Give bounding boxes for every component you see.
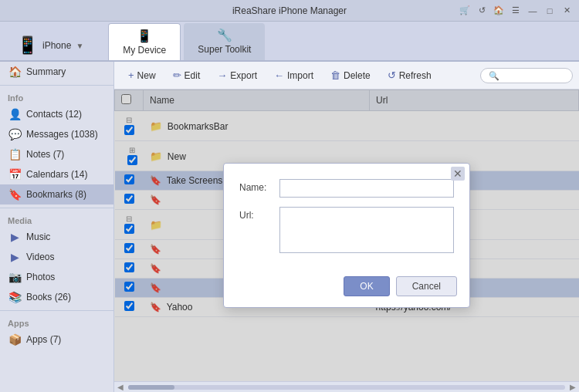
calendars-icon: 📅 <box>8 168 22 181</box>
content-area: + New ✏ Edit → Export ← Import 🗑 Delete … <box>114 62 579 392</box>
apps-icon: 📦 <box>8 333 22 346</box>
search-input[interactable] <box>480 68 573 83</box>
name-field: Name: <box>239 179 454 198</box>
app-title: iReaShare iPhone Manager <box>232 5 347 16</box>
url-input[interactable] <box>279 207 454 253</box>
refresh-label: Refresh <box>399 70 432 81</box>
modal-footer: OK Cancel <box>224 270 469 307</box>
delete-button[interactable]: 🗑 Delete <box>323 66 378 84</box>
sidebar-label-photos: Photos <box>26 272 55 282</box>
contacts-icon: 👤 <box>8 108 22 120</box>
edit-button[interactable]: ✏ Edit <box>165 66 208 84</box>
sidebar-item-contacts[interactable]: 👤 Contacts (12) <box>0 104 113 124</box>
summary-icon: 🏠 <box>8 66 22 78</box>
new-icon: + <box>128 69 134 81</box>
sidebar-item-messages[interactable]: 💬 Messages (1038) <box>0 124 113 144</box>
ok-button[interactable]: OK <box>344 276 389 296</box>
messages-icon: 💬 <box>8 128 22 140</box>
menu-icon[interactable]: ☰ <box>510 5 522 15</box>
super-toolkit-icon: 🔧 <box>217 28 232 42</box>
modal-body: Name: Url: <box>224 164 469 270</box>
videos-icon: ▶ <box>8 251 22 263</box>
photos-icon: 📷 <box>8 271 22 283</box>
tab-my-device[interactable]: 📱 My Device <box>108 23 181 60</box>
home-icon[interactable]: 🏠 <box>493 5 505 15</box>
new-button[interactable]: + New <box>120 66 164 84</box>
scroll-left-icon[interactable]: ◀ <box>114 383 127 391</box>
my-device-icon: 📱 <box>137 29 152 43</box>
device-info: 📱 iPhone ▼ <box>8 31 93 60</box>
name-input[interactable] <box>279 179 454 198</box>
scrollbar-thumb[interactable] <box>128 385 174 390</box>
sidebar-item-apps[interactable]: 📦 Apps (7) <box>0 329 113 350</box>
sidebar-item-music[interactable]: ▶ Music <box>0 227 113 247</box>
delete-label: Delete <box>344 70 371 81</box>
music-icon: ▶ <box>8 231 22 243</box>
sidebar-item-photos[interactable]: 📷 Photos <box>0 267 113 287</box>
close-button[interactable]: ✕ <box>560 5 573 15</box>
refresh-icon[interactable]: ↺ <box>476 5 488 15</box>
title-bar: iReaShare iPhone Manager 🛒 ↺ 🏠 ☰ — □ ✕ <box>0 0 579 22</box>
sidebar-item-bookmarks[interactable]: 🔖 Bookmarks (8) <box>0 184 113 204</box>
sidebar-label-notes: Notes (7) <box>26 149 64 160</box>
device-bar: 📱 iPhone ▼ 📱 My Device 🔧 Super Toolkit <box>0 22 579 62</box>
toolbar: + New ✏ Edit → Export ← Import 🗑 Delete … <box>114 62 579 90</box>
sidebar-label-bookmarks: Bookmarks (8) <box>26 189 86 200</box>
modal-overlay: ✕ Name: Url: OK Cancel <box>114 90 579 381</box>
sidebar-label-apps: Apps (7) <box>26 334 61 345</box>
name-label: Name: <box>239 179 273 193</box>
device-name: iPhone <box>42 40 71 51</box>
sidebar-item-calendars[interactable]: 📅 Calendars (14) <box>0 164 113 184</box>
device-icon: 📱 <box>17 35 38 56</box>
new-label: New <box>137 70 156 81</box>
export-icon: → <box>217 69 227 81</box>
cancel-button[interactable]: Cancel <box>396 276 457 296</box>
sidebar-label-summary: Summary <box>26 66 66 77</box>
scroll-right-icon[interactable]: ▶ <box>567 383 579 391</box>
bookmarks-icon: 🔖 <box>8 188 22 201</box>
sidebar-label-contacts: Contacts (12) <box>26 109 82 120</box>
sidebar-label-books: Books (26) <box>26 292 71 302</box>
url-field: Url: <box>239 207 454 253</box>
notes-icon: 📋 <box>8 148 22 161</box>
device-tabs: 📱 My Device 🔧 Super Toolkit <box>108 23 265 60</box>
modal-close-button[interactable]: ✕ <box>451 167 465 181</box>
restore-button[interactable]: □ <box>543 6 556 15</box>
export-button[interactable]: → Export <box>209 66 265 84</box>
books-icon: 📚 <box>8 291 22 303</box>
refresh-button[interactable]: ↺ Refresh <box>380 66 439 84</box>
sidebar-label-calendars: Calendars (14) <box>26 169 87 180</box>
new-bookmark-modal: ✕ Name: Url: OK Cancel <box>223 163 470 308</box>
edit-icon: ✏ <box>173 69 181 81</box>
my-device-label: My Device <box>123 45 166 56</box>
sidebar-item-videos[interactable]: ▶ Videos <box>0 247 113 267</box>
sidebar-item-summary[interactable]: 🏠 Summary <box>0 62 113 82</box>
sidebar-label-music: Music <box>26 231 50 242</box>
edit-label: Edit <box>185 70 201 81</box>
minimize-button[interactable]: — <box>527 6 539 15</box>
main-layout: 🏠 Summary Info 👤 Contacts (12) 💬 Message… <box>0 62 579 392</box>
info-section-label: Info <box>0 89 113 104</box>
device-dropdown-icon[interactable]: ▼ <box>76 42 83 50</box>
scrollbar-track[interactable] <box>128 385 565 390</box>
import-button[interactable]: ← Import <box>266 66 321 84</box>
import-label: Import <box>287 70 313 81</box>
sidebar-label-videos: Videos <box>26 252 54 262</box>
refresh-icon: ↺ <box>388 69 396 81</box>
sidebar-item-books[interactable]: 📚 Books (26) <box>0 287 113 307</box>
delete-icon: 🗑 <box>330 69 340 81</box>
sidebar-label-messages: Messages (1038) <box>26 129 98 140</box>
export-label: Export <box>230 70 257 81</box>
horizontal-scrollbar[interactable]: ◀ ▶ <box>114 381 579 392</box>
media-section-label: Media <box>0 211 113 227</box>
window-controls[interactable]: 🛒 ↺ 🏠 ☰ — □ ✕ <box>459 5 573 15</box>
tab-super-toolkit[interactable]: 🔧 Super Toolkit <box>184 23 265 60</box>
sidebar-item-notes[interactable]: 📋 Notes (7) <box>0 144 113 164</box>
apps-section-label: Apps <box>0 314 113 329</box>
import-icon: ← <box>274 69 284 81</box>
url-label: Url: <box>239 207 273 221</box>
table-container: Name Url ⊟ 📁 BookmarksBar <box>114 90 579 381</box>
super-toolkit-label: Super Toolkit <box>198 44 251 55</box>
sidebar: 🏠 Summary Info 👤 Contacts (12) 💬 Message… <box>0 62 114 392</box>
cart-icon: 🛒 <box>459 5 471 15</box>
